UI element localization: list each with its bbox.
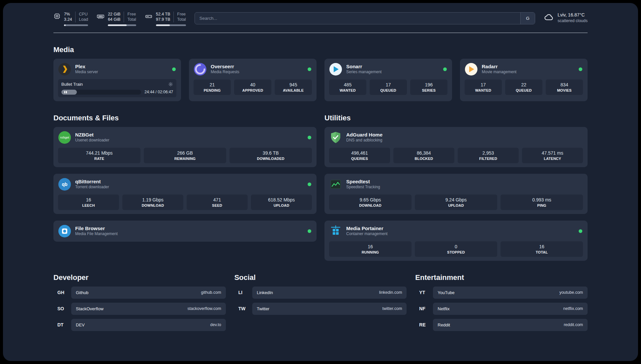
stat-label: LATENCY — [523, 157, 582, 161]
stat-value: 40 — [235, 82, 270, 87]
stat-value: 618.52 Mbps — [252, 197, 311, 202]
bookmark-abbr: DT — [53, 322, 71, 327]
app-name: File Browser — [75, 225, 118, 232]
radarr-icon — [465, 63, 478, 76]
stat-value: 2,953 — [459, 150, 517, 156]
app-name: Overseerr — [211, 63, 239, 70]
now-playing-title: Bullet Train — [61, 82, 83, 87]
stat-value: 47.571 ms — [523, 150, 582, 156]
bookmark-row-github: GH Github github.com — [53, 287, 226, 299]
stat-tile: 16 LEECH — [58, 195, 119, 210]
bookmark-link-github[interactable]: Github github.com — [71, 287, 226, 299]
bookmarks-entertainment: Entertainment YT YouTube youtube.com NF … — [415, 261, 588, 335]
radarr-app-link[interactable]: Radarr Movie management — [465, 63, 583, 76]
stat-tile: 17 WANTED — [465, 79, 502, 95]
cpu-label-top: CPU — [79, 12, 88, 17]
stat-value: 17 — [371, 82, 406, 87]
bookmark-link-netflix[interactable]: Netflix netflix.com — [433, 303, 588, 315]
bookmark-link-stackoverflow[interactable]: StackOverflow stackoverflow.com — [71, 303, 226, 315]
stat-tile: 485 WANTED — [329, 79, 366, 95]
stat-value: 498,461 — [330, 150, 389, 156]
card-adguard: AdGuard Home DNS and adblocking 498,461 … — [324, 127, 588, 167]
status-dot — [579, 67, 582, 71]
stat-value: 39.6 TB — [231, 150, 311, 156]
stat-label: DOWNLOAD — [124, 203, 182, 207]
stat-tile: 47.571 ms LATENCY — [522, 148, 583, 163]
stat-tile: 2,953 FILTERED — [458, 148, 519, 163]
card-speedtest: Speedtest Speedtest Tracking 9.65 Gbps D… — [324, 174, 588, 214]
status-dot — [443, 67, 447, 71]
card-qbittorrent: qb qBittorrent Torrent downloader — [53, 174, 317, 214]
stat-tile: 0 STOPPED — [415, 241, 497, 257]
adguard-app-link[interactable]: AdGuard Home DNS and adblocking — [329, 131, 583, 144]
disk-stat: 52.4 TB 97.9 TB Free Total — [145, 12, 186, 26]
bookmark-row-reddit: RE Reddit reddit.com — [415, 319, 588, 331]
stat-label: QUERIES — [330, 157, 389, 161]
bookmark-link-reddit[interactable]: Reddit reddit.com — [433, 319, 588, 331]
bookmark-link-linkedin[interactable]: LinkedIn linkedin.com — [252, 287, 407, 299]
bookmark-url: reddit.com — [564, 322, 583, 327]
stat-tile: 40 APPROVED — [234, 79, 271, 95]
stat-value: 0.993 ms — [502, 197, 582, 202]
overseerr-icon — [194, 63, 207, 76]
pause-icon[interactable] — [64, 91, 67, 93]
bookmark-url: linkedin.com — [379, 290, 402, 295]
svg-text:nzbget: nzbget — [60, 136, 69, 139]
bookmark-link-dev[interactable]: DEV dev.to — [71, 319, 226, 331]
stat-label: TOTAL — [502, 250, 582, 254]
search-bar[interactable]: G — [195, 12, 535, 24]
disk-free-value: 52.4 TB — [156, 12, 170, 17]
disk-total-value: 97.9 TB — [156, 17, 170, 22]
stat-tile: 21 PENDING — [194, 79, 231, 95]
cloud-icon — [544, 12, 554, 24]
qbittorrent-app-link[interactable]: qb qBittorrent Torrent downloader — [58, 178, 312, 191]
stat-label: WANTED — [466, 88, 501, 92]
search-input[interactable] — [195, 13, 520, 24]
plex-app-link[interactable]: Plex Media server — [58, 63, 176, 76]
sonarr-app-link[interactable]: Sonarr Series management — [329, 63, 447, 76]
stat-label: UPLOAD — [416, 203, 496, 207]
overseerr-app-link[interactable]: Overseerr Media Requests — [194, 63, 312, 76]
bookmark-abbr: YT — [415, 290, 433, 295]
card-sonarr: Sonarr Series management 485 WANTED 17 Q… — [324, 59, 452, 101]
sonarr-icon — [329, 63, 342, 76]
nzbget-app-link[interactable]: nzbget NZBGet Usenet downloader — [58, 131, 312, 144]
stat-label: UPLOAD — [252, 203, 311, 207]
stat-label: APPROVED — [235, 88, 270, 92]
stat-tile: 86,384 BLOCKED — [393, 148, 454, 163]
stat-value: 266 GB — [145, 150, 225, 156]
media-grid: Plex Media server Bullet Train — [53, 59, 588, 101]
status-dot — [308, 182, 311, 186]
card-filebrowser: File Browser Media File Management — [53, 221, 317, 242]
bookmark-name: Netflix — [438, 306, 449, 311]
bookmark-link-twitter[interactable]: Twitter twitter.com — [252, 303, 407, 315]
stat-tile: 0.993 ms PING — [501, 195, 583, 210]
stat-value: 834 — [547, 82, 582, 87]
playback-time: 24:44 / 02:06:47 — [144, 90, 173, 94]
bookmark-url: dev.to — [210, 322, 221, 327]
stat-value: 21 — [195, 82, 229, 87]
section-title-entertainment: Entertainment — [415, 273, 588, 282]
bookmarks-social: Social LI LinkedIn linkedin.com TW Twitt… — [234, 261, 407, 335]
stat-label: RATE — [59, 157, 139, 161]
portainer-app-link[interactable]: Media Portainer Container management — [329, 225, 583, 238]
filebrowser-app-link[interactable]: File Browser Media File Management — [58, 225, 312, 238]
app-name: Plex — [75, 63, 98, 70]
stat-tile: 945 AVAILABLE — [275, 79, 312, 95]
bookmark-link-youtube[interactable]: YouTube youtube.com — [433, 287, 588, 299]
stat-tile: 471 SEED — [187, 195, 248, 210]
ram-total-value: 64 GiB — [108, 17, 120, 22]
app-name: Speedtest — [346, 178, 380, 185]
app-name: AdGuard Home — [346, 132, 382, 138]
search-engine-button[interactable]: G — [520, 13, 535, 24]
adguard-icon — [329, 131, 342, 144]
speedtest-app-link[interactable]: Speedtest Speedtest Tracking — [329, 178, 583, 191]
status-dot — [308, 229, 311, 233]
stat-value: 945 — [276, 82, 311, 87]
stat-tile: 17 QUEUED — [370, 79, 407, 95]
bookmark-name: Github — [76, 290, 88, 295]
app-subtitle: DNS and adblocking — [346, 138, 382, 143]
bookmark-name: DEV — [76, 322, 85, 327]
gear-icon[interactable] — [168, 82, 173, 87]
playback-progress-bar[interactable] — [61, 90, 141, 95]
